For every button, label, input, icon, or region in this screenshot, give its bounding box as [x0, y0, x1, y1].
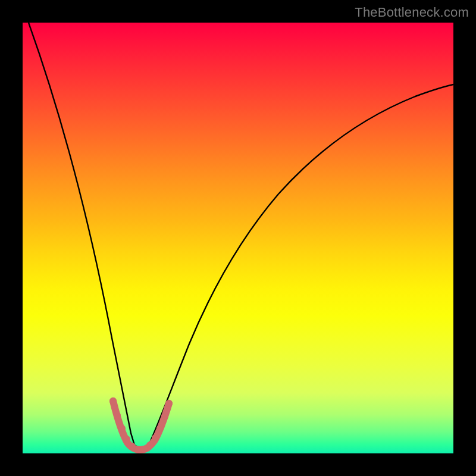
plot-area: [23, 23, 453, 453]
svg-point-9: [156, 425, 164, 432]
bottleneck-curve: [29, 23, 453, 449]
svg-point-2: [118, 425, 126, 432]
svg-point-0: [109, 397, 117, 405]
curve-layer: [23, 23, 453, 453]
svg-point-11: [165, 400, 173, 407]
watermark-text: TheBottleneck.com: [355, 5, 469, 20]
svg-point-10: [161, 413, 168, 420]
svg-point-4: [129, 443, 136, 450]
svg-point-6: [140, 446, 148, 453]
svg-point-1: [114, 412, 121, 419]
svg-point-7: [146, 441, 154, 449]
chart-frame: TheBottleneck.com: [0, 0, 476, 476]
svg-point-3: [123, 436, 130, 443]
svg-point-8: [152, 434, 159, 441]
